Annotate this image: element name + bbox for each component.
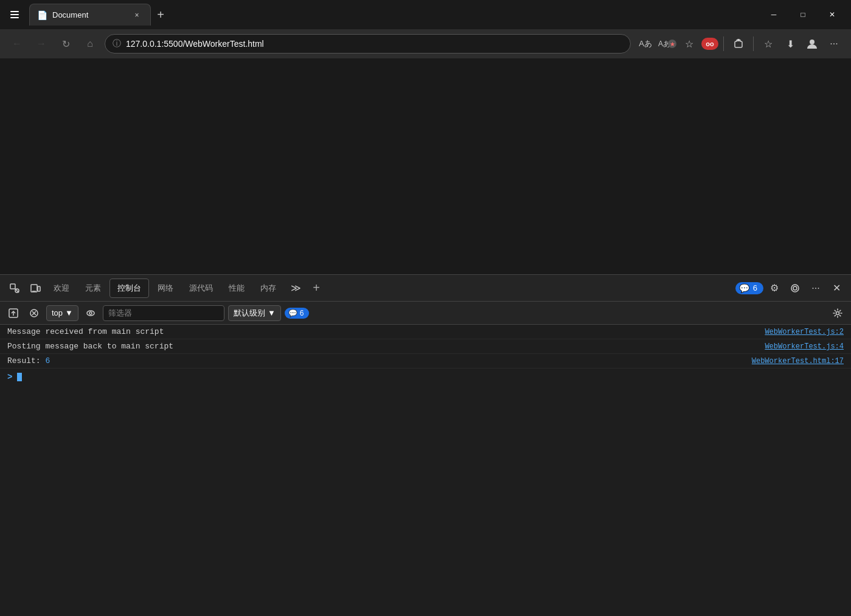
console-level-dropdown-icon: ▼ <box>268 308 276 317</box>
tab-favicon: 📄 <box>37 10 47 20</box>
console-count-badge[interactable]: 💬 6 <box>285 308 309 319</box>
page-content <box>0 58 851 274</box>
tab-welcome[interactable]: 欢迎 <box>46 279 77 298</box>
tab-network[interactable]: 网络 <box>150 279 181 298</box>
address-bar: ← → ↻ ⌂ ⓘ 127.0.0.1:5500/WebWorkerTest.h… <box>0 29 851 58</box>
console-filter-placeholder: 筛选器 <box>108 308 132 319</box>
console-message-3: Result: 6 <box>7 356 752 365</box>
titlebar: 📄 Document × + ─ □ ✕ <box>0 0 851 29</box>
console-message-1: Message received from main script <box>7 327 765 336</box>
more-tabs-btn[interactable]: ≫ <box>286 279 305 298</box>
toolbar-divider <box>723 36 724 51</box>
extension-icon[interactable]: oo <box>701 38 718 50</box>
devtools-dock-btn[interactable] <box>785 279 805 298</box>
add-panel-btn[interactable]: + <box>307 279 326 298</box>
address-input[interactable]: ⓘ 127.0.0.1:5500/WebWorkerTest.html <box>105 34 631 54</box>
close-btn[interactable]: ✕ <box>818 5 846 24</box>
home-btn[interactable]: ⌂ <box>80 34 100 54</box>
back-btn[interactable]: ← <box>7 34 27 54</box>
console-link-3[interactable]: WebWorkerTest.html:17 <box>752 357 844 365</box>
url-text: 127.0.0.1:5500/WebWorkerTest.html <box>126 39 623 49</box>
console-toolbar: top ▼ 筛选器 默认级别 ▼ 💬 6 <box>0 302 851 325</box>
result-value: 6 <box>45 356 50 365</box>
reload-btn[interactable]: ↻ <box>56 34 75 54</box>
result-prefix: Result: <box>7 356 45 365</box>
tab-close-btn[interactable]: × <box>131 9 143 21</box>
extensions-btn[interactable] <box>729 34 748 54</box>
console-cursor <box>17 373 22 381</box>
console-badge[interactable]: 💬 6 <box>735 282 763 294</box>
console-level-label: 默认级别 <box>234 308 265 319</box>
window-controls: ─ □ ✕ <box>760 5 846 24</box>
minimize-btn[interactable]: ─ <box>760 5 788 24</box>
console-line-3: Result: 6 WebWorkerTest.html:17 <box>0 354 851 369</box>
read-aloud-btn[interactable]: Aあ <box>636 34 655 54</box>
svg-point-18 <box>836 311 839 314</box>
tab-performance[interactable]: 性能 <box>221 279 252 298</box>
svg-rect-5 <box>10 284 15 289</box>
sidebar-toggle-btn[interactable] <box>5 5 24 24</box>
profile-btn[interactable] <box>802 34 822 54</box>
translate-btn[interactable]: Aあ ★ <box>658 34 677 54</box>
devtools-close-btn[interactable]: ✕ <box>827 279 846 298</box>
tab-memory[interactable]: 内存 <box>253 279 283 298</box>
devtools-settings-btn[interactable]: ⚙ <box>765 279 784 298</box>
console-badge-count: 6 <box>753 283 757 292</box>
console-output: Message received from main script WebWor… <box>0 325 851 616</box>
console-context-label: top <box>52 308 63 317</box>
tab-elements[interactable]: 元素 <box>78 279 108 298</box>
console-upload-btn[interactable] <box>5 305 22 322</box>
console-input-line[interactable]: > <box>0 369 851 386</box>
favorites-btn[interactable]: ☆ <box>679 34 699 54</box>
tab-title: Document <box>52 10 126 19</box>
svg-rect-1 <box>10 14 19 15</box>
collections-btn[interactable]: ☆ <box>759 34 778 54</box>
console-link-1[interactable]: WebWorkerTest.js:2 <box>765 328 844 336</box>
console-level-select[interactable]: 默认级别 ▼ <box>228 305 281 321</box>
active-tab[interactable]: 📄 Document × <box>29 4 151 26</box>
console-context-dropdown-icon: ▼ <box>65 308 73 317</box>
devtools-panel: 欢迎 元素 控制台 网络 源代码 性能 内存 ≫ + 💬 6 ⚙ ··· ✕ <box>0 274 851 616</box>
forward-btn[interactable]: → <box>32 34 51 54</box>
devtools-tab-bar: 欢迎 元素 控制台 网络 源代码 性能 内存 ≫ + 💬 6 ⚙ ··· ✕ <box>0 275 851 302</box>
console-filter-input[interactable]: 筛选器 <box>103 305 224 321</box>
console-context-select[interactable]: top ▼ <box>46 305 78 321</box>
new-tab-btn[interactable]: + <box>151 5 170 24</box>
svg-rect-3 <box>737 39 740 41</box>
svg-rect-2 <box>10 17 19 18</box>
download-btn[interactable]: ⬇ <box>780 34 800 54</box>
browser-toolbar: Aあ Aあ ★ ☆ oo ☆ ⬇ ··· <box>636 34 844 54</box>
devtools-more-btn[interactable]: ··· <box>806 279 825 298</box>
console-clear-btn[interactable] <box>26 305 43 322</box>
address-info-icon: ⓘ <box>113 38 121 49</box>
tab-sources[interactable]: 源代码 <box>182 279 220 298</box>
console-badge-icon: 💬 <box>739 283 749 293</box>
inspect-element-btn[interactable] <box>5 279 24 298</box>
console-line-2: Posting message back to main script WebW… <box>0 339 851 354</box>
more-btn[interactable]: ··· <box>824 34 844 54</box>
console-eye-btn[interactable] <box>82 305 99 322</box>
devtools-right-icons: ⚙ ··· ✕ <box>765 279 846 298</box>
console-prompt: > <box>7 372 12 382</box>
svg-point-4 <box>810 40 815 44</box>
console-line-1: Message received from main script WebWor… <box>0 325 851 339</box>
tab-console[interactable]: 控制台 <box>109 279 149 298</box>
toolbar-divider2 <box>753 36 754 51</box>
maximize-btn[interactable]: □ <box>789 5 817 24</box>
console-count-value: 6 <box>300 309 304 317</box>
console-message-2: Posting message back to main script <box>7 342 765 351</box>
svg-rect-7 <box>31 285 37 292</box>
console-settings-btn[interactable] <box>829 305 846 322</box>
console-badge-bubble: 💬 <box>288 309 297 317</box>
console-link-2[interactable]: WebWorkerTest.js:4 <box>765 342 844 351</box>
svg-rect-0 <box>10 11 19 12</box>
svg-point-10 <box>791 285 799 292</box>
svg-point-16 <box>87 311 94 316</box>
device-mode-btn[interactable] <box>26 279 45 298</box>
svg-point-17 <box>89 312 92 314</box>
tab-bar: 📄 Document × + <box>29 4 757 26</box>
svg-rect-8 <box>38 286 40 291</box>
